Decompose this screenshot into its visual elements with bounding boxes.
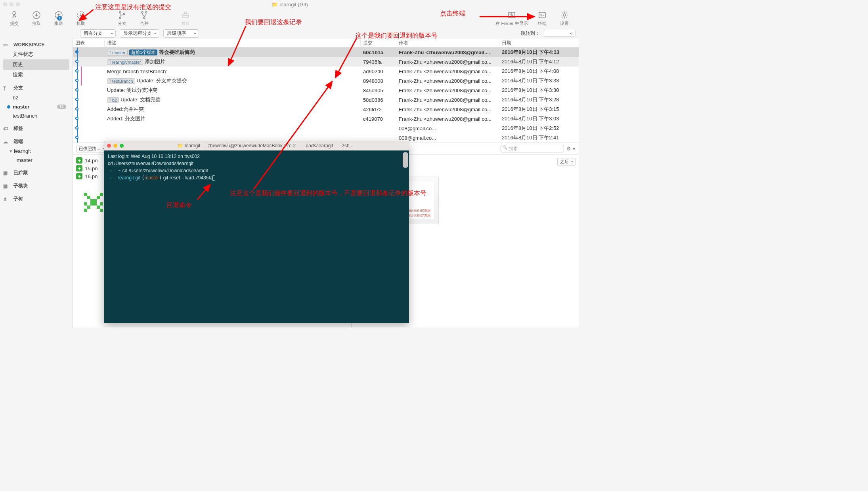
svg-rect-23 <box>84 209 87 212</box>
svg-point-7 <box>141 11 143 13</box>
terminal-window[interactable]: 📁learngit — zhuwenwu@zhuwenwudeMacBook-P… <box>104 141 409 323</box>
folder-icon: 📁 <box>271 2 278 8</box>
col-commit[interactable]: 提交 <box>361 40 396 46</box>
window-titlebar: 📁 learngit (Git) <box>0 0 579 9</box>
commit-row[interactable]: ᛘmaster超前1个版本等会要吃后悔药60c1b1aFrank-Zhu <zh… <box>73 48 579 57</box>
sidebar-search[interactable]: 搜索 <box>3 70 69 80</box>
branch-icon: ᛘ <box>3 86 10 91</box>
svg-rect-17 <box>97 196 100 199</box>
svg-rect-20 <box>100 202 103 206</box>
added-icon: + <box>76 165 82 171</box>
svg-rect-15 <box>100 193 103 196</box>
commit-row[interactable]: Added: 分支图片c419070Frank-Zhu <zhuwenwu200… <box>73 114 579 124</box>
settings-button[interactable]: 设置 <box>555 10 574 27</box>
sidebar-stash-header[interactable]: ▣ 已贮藏 <box>3 168 69 178</box>
sidebar-workspace-header: ▭ WORKSPACE <box>3 40 69 49</box>
terminal-zoom-icon[interactable] <box>120 144 124 148</box>
terminal-body[interactable]: Last login: Wed Aug 10 16:13:12 on ttys0… <box>104 150 409 184</box>
merge-icon <box>139 10 150 20</box>
remote-filter-select[interactable]: 显示远程分支 <box>120 29 159 38</box>
svg-rect-18 <box>90 199 97 206</box>
sidebar-history[interactable]: 历史 <box>3 59 69 70</box>
sidebar-tags-header[interactable]: 🏷 标签 <box>3 124 69 133</box>
monitor-icon: ▭ <box>3 42 10 48</box>
col-date[interactable]: 日期 <box>499 40 579 46</box>
svg-rect-10 <box>183 14 188 18</box>
finder-button[interactable]: 在 Finder 中显示 <box>494 10 530 27</box>
commit-row[interactable]: Added:合并冲突426fd72Frank-Zhu <zhuwenwu2008… <box>73 105 579 114</box>
terminal-scrollbar[interactable] <box>403 152 408 168</box>
pull-button[interactable]: 拉取 <box>27 10 46 27</box>
svg-rect-22 <box>97 206 100 209</box>
cloud-icon: ☁ <box>3 139 10 145</box>
stash-icon <box>180 10 191 20</box>
sidebar-remote-master[interactable]: master <box>3 156 69 165</box>
diff-mode-select[interactable]: 之后 <box>557 158 575 166</box>
ahead-count-badge: 11 <box>57 105 66 109</box>
fetch-button[interactable]: 抓取 <box>71 10 90 27</box>
branch-filter-select[interactable]: 所有分支 <box>80 29 116 38</box>
sidebar-subtree-header[interactable]: ⋔ 子树 <box>3 194 69 204</box>
sort-select[interactable]: 已依照路… <box>76 145 107 152</box>
commit-row[interactable]: Merge branch 'testBranch'ad902d0Frank-Zh… <box>73 67 579 76</box>
col-graph[interactable]: 图表 <box>73 40 105 46</box>
terminal-close-icon[interactable] <box>107 144 111 148</box>
sidebar-file-status[interactable]: 文件状态 <box>3 49 69 59</box>
gear-icon <box>559 10 570 20</box>
stash-button[interactable]: 暂存 <box>176 10 195 27</box>
window-title: 📁 learngit (Git) <box>20 2 560 8</box>
commit-list-header: 图表 描述 提交 作者 日期 <box>73 39 579 48</box>
main-toolbar: 提交 拉取 推送 抓取 分支 合并 暂存 在 Finder 中显示 终端 设置 <box>0 9 579 28</box>
sidebar-branch-testbranch[interactable]: testBranch <box>3 111 69 120</box>
sidebar-remote-header[interactable]: ☁ 远端 <box>3 137 69 147</box>
sidebar-branch-b2[interactable]: b2 <box>3 93 69 102</box>
commit-row[interactable]: ᛘlearngit/master添加图片79435faFrank-Zhu <zh… <box>73 57 579 67</box>
push-icon <box>53 10 64 20</box>
stash-icon: ▣ <box>3 170 10 176</box>
commit-icon <box>9 10 20 20</box>
terminal-title: 📁learngit — zhuwenwu@zhuwenwudeMacBook-P… <box>126 143 406 148</box>
col-author[interactable]: 作者 <box>396 40 499 46</box>
finder-icon <box>506 10 517 20</box>
svg-rect-16 <box>87 196 90 199</box>
added-icon: + <box>76 157 82 164</box>
diff-settings-icon[interactable]: ⚙ ▾ <box>566 146 575 152</box>
push-button[interactable]: 推送 <box>49 10 68 27</box>
svg-point-9 <box>143 17 145 19</box>
order-select[interactable]: 层级顺序 <box>163 29 199 38</box>
commit-row[interactable]: Update: 测试分支冲突845d905Frank-Zhu <zhuwenwu… <box>73 86 579 95</box>
author-avatar <box>81 190 106 215</box>
sidebar-remote-learngit[interactable]: ▾learngit <box>3 147 69 156</box>
svg-point-8 <box>145 11 147 13</box>
branch-icon <box>117 10 128 20</box>
subtree-icon: ⋔ <box>3 196 10 202</box>
merge-button[interactable]: 合并 <box>135 10 154 27</box>
terminal-titlebar[interactable]: 📁learngit — zhuwenwu@zhuwenwudeMacBook-P… <box>104 141 409 150</box>
svg-rect-14 <box>84 193 87 196</box>
added-icon: + <box>76 173 82 179</box>
current-branch-dot <box>7 105 10 108</box>
terminal-minimize-icon[interactable] <box>113 144 117 148</box>
svg-rect-19 <box>84 202 87 206</box>
sidebar-submodule-header[interactable]: ▦ 子模块 <box>3 181 69 191</box>
svg-point-5 <box>119 17 121 19</box>
submodule-icon: ▦ <box>3 183 10 189</box>
col-desc[interactable]: 描述 <box>105 40 361 46</box>
svg-point-4 <box>119 11 121 13</box>
commit-row[interactable]: 008@gmail.co...2016年8月10日 下午2:52 <box>73 124 579 133</box>
sidebar-branch-master[interactable]: master 11 <box>3 102 69 111</box>
diff-search-input[interactable]: 搜索 <box>501 145 564 152</box>
commit-row[interactable]: ᛘtestBranchUpdate: 分支冲突提交8948008Frank-Zh… <box>73 76 579 86</box>
jump-to-label: 跳转到： <box>521 30 540 37</box>
commit-button[interactable]: 提交 <box>5 10 24 27</box>
terminal-button[interactable]: 终端 <box>533 10 552 27</box>
svg-rect-24 <box>100 209 103 212</box>
traffic-lights[interactable] <box>3 2 20 6</box>
jump-to-input[interactable] <box>544 30 575 37</box>
commit-list: ᛘmaster超前1个版本等会要吃后悔药60c1b1aFrank-Zhu <zh… <box>73 48 579 143</box>
commit-row[interactable]: ᛘb2Update: 文档完善58d0386Frank-Zhu <zhuwenw… <box>73 95 579 105</box>
sidebar-branches-header[interactable]: ᛘ 分支 <box>3 83 69 93</box>
svg-point-13 <box>563 14 566 16</box>
svg-rect-21 <box>87 206 90 209</box>
branch-button[interactable]: 分支 <box>113 10 132 27</box>
